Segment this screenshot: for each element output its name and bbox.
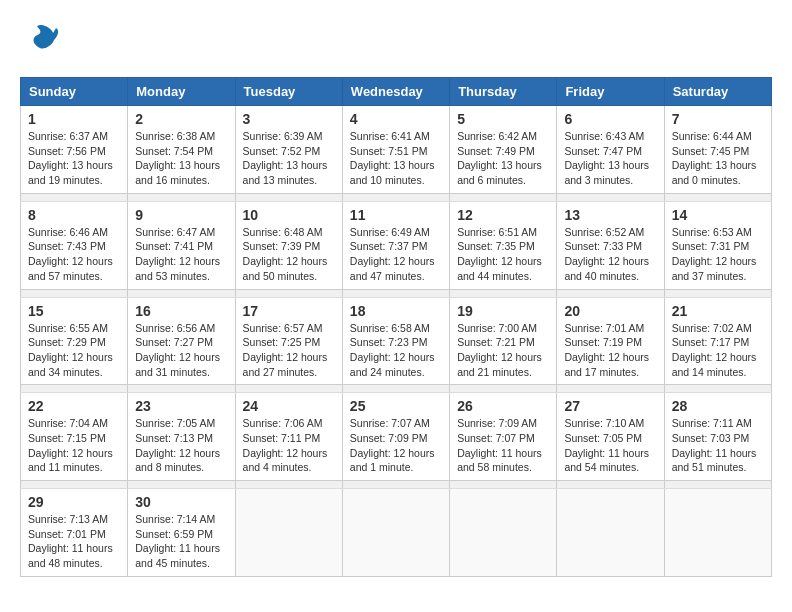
day-number: 19 [457,303,549,319]
week-separator [21,289,772,297]
sunrise-label: Sunrise: 7:07 AM [350,417,430,429]
sunrise-label: Sunrise: 6:49 AM [350,226,430,238]
sunrise-label: Sunrise: 6:38 AM [135,130,215,142]
calendar-day-cell [342,489,449,577]
page-header [20,20,772,67]
sunset-label: Sunset: 7:33 PM [564,240,642,252]
daylight-label: Daylight: 11 hours and 48 minutes. [28,542,113,569]
daylight-label: Daylight: 13 hours and 13 minutes. [243,159,328,186]
daylight-label: Daylight: 13 hours and 10 minutes. [350,159,435,186]
sunrise-label: Sunrise: 6:52 AM [564,226,644,238]
day-info: Sunrise: 6:51 AM Sunset: 7:35 PM Dayligh… [457,225,549,284]
day-number: 7 [672,111,764,127]
day-number: 18 [350,303,442,319]
daylight-label: Daylight: 11 hours and 51 minutes. [672,447,757,474]
sunset-label: Sunset: 7:52 PM [243,145,321,157]
calendar-day-cell: 23 Sunrise: 7:05 AM Sunset: 7:13 PM Dayl… [128,393,235,481]
sunrise-label: Sunrise: 6:56 AM [135,322,215,334]
calendar-day-cell: 27 Sunrise: 7:10 AM Sunset: 7:05 PM Dayl… [557,393,664,481]
day-info: Sunrise: 6:47 AM Sunset: 7:41 PM Dayligh… [135,225,227,284]
daylight-label: Daylight: 12 hours and 37 minutes. [672,255,757,282]
day-number: 2 [135,111,227,127]
sunset-label: Sunset: 7:54 PM [135,145,213,157]
calendar-header-tuesday: Tuesday [235,78,342,106]
calendar-day-cell: 29 Sunrise: 7:13 AM Sunset: 7:01 PM Dayl… [21,489,128,577]
calendar-day-cell: 14 Sunrise: 6:53 AM Sunset: 7:31 PM Dayl… [664,201,771,289]
day-number: 13 [564,207,656,223]
sunrise-label: Sunrise: 7:10 AM [564,417,644,429]
daylight-label: Daylight: 13 hours and 19 minutes. [28,159,113,186]
day-number: 28 [672,398,764,414]
day-info: Sunrise: 6:56 AM Sunset: 7:27 PM Dayligh… [135,321,227,380]
sunrise-label: Sunrise: 6:48 AM [243,226,323,238]
daylight-label: Daylight: 13 hours and 16 minutes. [135,159,220,186]
calendar-week-row: 8 Sunrise: 6:46 AM Sunset: 7:43 PM Dayli… [21,201,772,289]
sunrise-label: Sunrise: 6:53 AM [672,226,752,238]
day-info: Sunrise: 7:02 AM Sunset: 7:17 PM Dayligh… [672,321,764,380]
calendar-week-row: 29 Sunrise: 7:13 AM Sunset: 7:01 PM Dayl… [21,489,772,577]
calendar-day-cell: 19 Sunrise: 7:00 AM Sunset: 7:21 PM Dayl… [450,297,557,385]
calendar-week-row: 22 Sunrise: 7:04 AM Sunset: 7:15 PM Dayl… [21,393,772,481]
day-number: 26 [457,398,549,414]
daylight-label: Daylight: 12 hours and 34 minutes. [28,351,113,378]
sunset-label: Sunset: 7:31 PM [672,240,750,252]
sunrise-label: Sunrise: 6:39 AM [243,130,323,142]
sunrise-label: Sunrise: 6:55 AM [28,322,108,334]
calendar-header-monday: Monday [128,78,235,106]
calendar-day-cell: 6 Sunrise: 6:43 AM Sunset: 7:47 PM Dayli… [557,106,664,194]
calendar-day-cell: 26 Sunrise: 7:09 AM Sunset: 7:07 PM Dayl… [450,393,557,481]
day-info: Sunrise: 6:49 AM Sunset: 7:37 PM Dayligh… [350,225,442,284]
calendar-day-cell: 28 Sunrise: 7:11 AM Sunset: 7:03 PM Dayl… [664,393,771,481]
calendar-header-sunday: Sunday [21,78,128,106]
day-number: 30 [135,494,227,510]
sunset-label: Sunset: 7:49 PM [457,145,535,157]
calendar-day-cell: 5 Sunrise: 6:42 AM Sunset: 7:49 PM Dayli… [450,106,557,194]
calendar-header-row: SundayMondayTuesdayWednesdayThursdayFrid… [21,78,772,106]
daylight-label: Daylight: 13 hours and 0 minutes. [672,159,757,186]
day-number: 22 [28,398,120,414]
daylight-label: Daylight: 12 hours and 40 minutes. [564,255,649,282]
sunrise-label: Sunrise: 6:42 AM [457,130,537,142]
calendar-day-cell: 12 Sunrise: 6:51 AM Sunset: 7:35 PM Dayl… [450,201,557,289]
day-info: Sunrise: 6:55 AM Sunset: 7:29 PM Dayligh… [28,321,120,380]
calendar-day-cell [235,489,342,577]
calendar-day-cell: 13 Sunrise: 6:52 AM Sunset: 7:33 PM Dayl… [557,201,664,289]
day-info: Sunrise: 6:44 AM Sunset: 7:45 PM Dayligh… [672,129,764,188]
calendar-day-cell: 11 Sunrise: 6:49 AM Sunset: 7:37 PM Dayl… [342,201,449,289]
day-number: 16 [135,303,227,319]
sunset-label: Sunset: 7:27 PM [135,336,213,348]
sunrise-label: Sunrise: 6:58 AM [350,322,430,334]
calendar-day-cell: 25 Sunrise: 7:07 AM Sunset: 7:09 PM Dayl… [342,393,449,481]
sunrise-label: Sunrise: 7:09 AM [457,417,537,429]
sunset-label: Sunset: 7:11 PM [243,432,321,444]
calendar-week-row: 15 Sunrise: 6:55 AM Sunset: 7:29 PM Dayl… [21,297,772,385]
daylight-label: Daylight: 11 hours and 58 minutes. [457,447,542,474]
calendar-day-cell: 4 Sunrise: 6:41 AM Sunset: 7:51 PM Dayli… [342,106,449,194]
day-number: 10 [243,207,335,223]
daylight-label: Daylight: 13 hours and 6 minutes. [457,159,542,186]
day-number: 4 [350,111,442,127]
calendar-day-cell: 1 Sunrise: 6:37 AM Sunset: 7:56 PM Dayli… [21,106,128,194]
daylight-label: Daylight: 12 hours and 1 minute. [350,447,435,474]
sunrise-label: Sunrise: 7:06 AM [243,417,323,429]
daylight-label: Daylight: 12 hours and 27 minutes. [243,351,328,378]
day-number: 15 [28,303,120,319]
day-number: 6 [564,111,656,127]
day-number: 20 [564,303,656,319]
daylight-label: Daylight: 12 hours and 24 minutes. [350,351,435,378]
calendar-day-cell: 8 Sunrise: 6:46 AM Sunset: 7:43 PM Dayli… [21,201,128,289]
logo-bird-icon [20,20,60,67]
calendar-day-cell: 15 Sunrise: 6:55 AM Sunset: 7:29 PM Dayl… [21,297,128,385]
sunrise-label: Sunrise: 6:51 AM [457,226,537,238]
sunset-label: Sunset: 7:03 PM [672,432,750,444]
daylight-label: Daylight: 12 hours and 8 minutes. [135,447,220,474]
sunset-label: Sunset: 6:59 PM [135,528,213,540]
sunrise-label: Sunrise: 6:43 AM [564,130,644,142]
calendar-header-wednesday: Wednesday [342,78,449,106]
sunset-label: Sunset: 7:39 PM [243,240,321,252]
day-number: 12 [457,207,549,223]
sunset-label: Sunset: 7:13 PM [135,432,213,444]
day-info: Sunrise: 7:14 AM Sunset: 6:59 PM Dayligh… [135,512,227,571]
sunset-label: Sunset: 7:01 PM [28,528,106,540]
daylight-label: Daylight: 11 hours and 45 minutes. [135,542,220,569]
